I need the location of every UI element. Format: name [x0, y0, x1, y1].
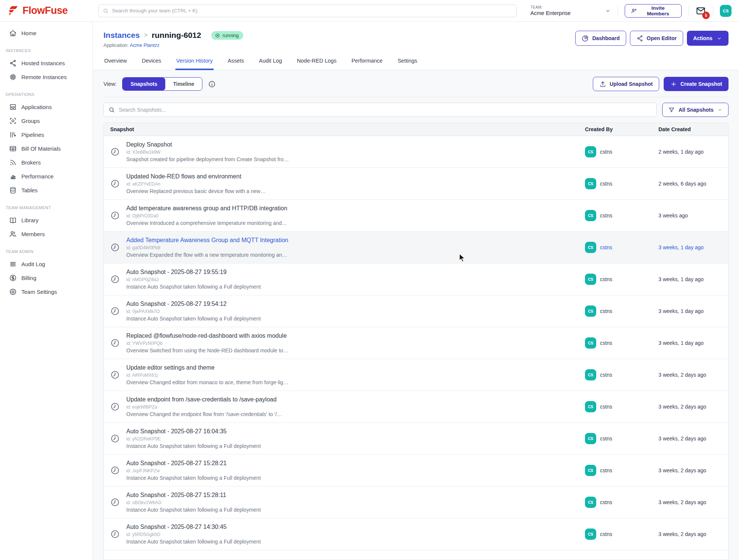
snapshot-id: id: 0jwPAXMk7O — [126, 309, 261, 314]
team-search-input[interactable] — [112, 8, 512, 13]
snapshot-cell: Update editor settings and themeid: AlRP… — [104, 364, 585, 385]
snapshot-title[interactable]: Auto Snapshot - 2025-08-27 15:28:21 — [126, 460, 261, 467]
sidebar-item-performance[interactable]: Performance — [0, 169, 93, 183]
snapshot-cell: Auto Snapshot - 2025-08-27 15:28:21id: J… — [104, 460, 585, 481]
view-segment-timeline[interactable]: Timeline — [165, 78, 202, 90]
dashboard-button[interactable]: Dashboard — [575, 31, 626, 46]
chevron-down-icon — [717, 107, 723, 112]
cog-icon — [9, 288, 17, 296]
sidebar-item-members[interactable]: Members — [0, 227, 93, 241]
tab-node-red-logs[interactable]: Node-RED Logs — [296, 56, 337, 70]
tab-version-history[interactable]: Version History — [175, 56, 214, 70]
user-avatar[interactable]: CS — [720, 5, 732, 17]
creator-avatar: CS — [585, 146, 596, 157]
sidebar-item-applications[interactable]: Applications — [0, 100, 93, 114]
snapshot-row-auto-snapshot-2025-08-27-19-55-19[interactable]: Auto Snapshot - 2025-08-27 19:55:19id: n… — [104, 264, 728, 295]
snapshot-row-deploy-snapshot[interactable]: Deploy Snapshotid: X3o6Bw1k9WSnapshot cr… — [104, 136, 728, 168]
invite-members-button[interactable]: Invite Members — [625, 4, 682, 18]
tab-devices[interactable]: Devices — [141, 56, 162, 70]
snapshot-row-auto-snapshot-2025-08-27-19-54-12[interactable]: Auto Snapshot - 2025-08-27 19:54:12id: 0… — [104, 295, 728, 327]
snapshot-id: id: JxpPJNKPZw — [126, 468, 261, 473]
upload-snapshot-button[interactable]: Upload Snapshot — [593, 77, 659, 91]
clock-icon — [110, 497, 120, 507]
snapshot-title[interactable]: Auto Snapshot - 2025-08-27 19:54:12 — [126, 301, 261, 307]
snapshot-id: id: eojkWlBPZa — [126, 404, 282, 410]
snapshot-title[interactable]: Auto Snapshot - 2025-08-27 19:55:19 — [126, 269, 261, 276]
tab-settings[interactable]: Settings — [397, 56, 418, 70]
snapshot-title[interactable]: Auto Snapshot - 2025-08-27 14:30:45 — [126, 524, 261, 530]
snapshot-title[interactable]: Added Temperature Awareness Group and MQ… — [126, 237, 288, 244]
sidebar-section-label-team-admin: TEAM ADMIN — [0, 241, 93, 257]
creator-avatar: CS — [585, 401, 596, 412]
snapshot-description: Instance Auto Snapshot taken following a… — [126, 539, 261, 545]
breadcrumb-instances-link[interactable]: Instances — [103, 31, 140, 40]
tab-overview[interactable]: Overview — [103, 56, 127, 70]
snapshot-id: id: OjBPrO3Da0 — [126, 213, 287, 219]
snapshot-search-input[interactable] — [119, 107, 652, 113]
snapshot-row-auto-snapshot-2025-08-27-15-28-21[interactable]: Auto Snapshot - 2025-08-27 15:28:21id: J… — [104, 455, 728, 487]
sidebar-item-team-settings[interactable]: Team Settings — [0, 285, 93, 299]
date-created-cell: 3 weeks, 1 day ago — [658, 244, 728, 250]
snapshot-title[interactable]: Replaced @flowfuse/node-red-dashboard wi… — [126, 332, 289, 339]
team-selector[interactable]: TEAM: Acme Enterprise — [530, 5, 611, 16]
sidebar-item-tables[interactable]: Tables — [0, 183, 93, 197]
snapshot-row-added-temperature-awareness-group-and-mqtt-integration[interactable]: Added Temperature Awareness Group and MQ… — [104, 232, 728, 264]
create-snapshot-button[interactable]: Create Snapshot — [664, 77, 729, 91]
logo-text: FlowFuse — [22, 5, 68, 16]
sidebar-item-label: Bill Of Materials — [21, 145, 61, 152]
application-link[interactable]: Acme Plantzz — [130, 42, 159, 48]
tab-performance[interactable]: Performance — [351, 56, 383, 70]
snapshot-title[interactable]: Deploy Snapshot — [126, 141, 289, 148]
sidebar-item-home[interactable]: Home — [0, 26, 93, 40]
tab-audit-log[interactable]: Audit Log — [258, 56, 283, 70]
snapshot-title[interactable]: Update editor settings and theme — [126, 364, 289, 371]
tab-bar: OverviewDevicesVersion HistoryAssetsAudi… — [103, 56, 729, 70]
chevron-down-icon — [605, 8, 611, 14]
snapshot-title[interactable]: Update endpoint from /save-credentials t… — [126, 396, 282, 403]
tab-assets[interactable]: Assets — [227, 56, 245, 70]
info-icon[interactable] — [208, 80, 216, 88]
sidebar-item-remote-instances[interactable]: Remote Instances — [0, 70, 93, 84]
snapshot-id: id: AlRPoMX61j — [126, 373, 289, 378]
snapshot-row-auto-snapshot-2025-08-27-16-04-35[interactable]: Auto Snapshot - 2025-08-27 16:04:35id: y… — [104, 423, 728, 455]
sidebar-item-bill-of-materials[interactable]: Bill Of Materials — [0, 142, 93, 156]
sidebar-item-label: Performance — [21, 173, 54, 180]
column-header-created-by: Created By — [585, 126, 658, 132]
snapshot-row-auto-snapshot-2025-08-27-14-30-45[interactable]: Auto Snapshot - 2025-08-27 14:30:45id: y… — [104, 518, 728, 550]
sidebar-item-pipelines[interactable]: Pipelines — [0, 128, 93, 142]
clock-icon — [110, 529, 120, 539]
sidebar-item-hosted-instances[interactable]: Hosted Instances — [0, 56, 93, 70]
snapshot-row-update-endpoint-from-save-credentials-to-save-payload[interactable]: Update endpoint from /save-credentials t… — [104, 391, 728, 423]
sidebar-item-groups[interactable]: Groups — [0, 114, 93, 128]
snapshot-description: Instance Auto Snapshot taken following a… — [126, 443, 261, 449]
date-created-cell: 3 weeks, 1 day ago — [658, 340, 728, 346]
open-editor-button[interactable]: Open Editor — [630, 31, 683, 46]
sidebar-item-audit-log[interactable]: Audit Log — [0, 257, 93, 271]
sidebar-item-library[interactable]: Library — [0, 213, 93, 227]
actions-button[interactable]: Actions — [687, 31, 729, 46]
snapshot-row-auto-snapshot-2025-08-27-15-28-11[interactable]: Auto Snapshot - 2025-08-27 15:28:11id: o… — [104, 487, 728, 518]
notifications-button[interactable]: 5 — [696, 6, 706, 16]
snapshot-row-update-editor-settings-and-theme[interactable]: Update editor settings and themeid: AlRP… — [104, 359, 728, 391]
snapshot-title[interactable]: Add temperature awareness group and HTTP… — [126, 205, 287, 212]
column-header-date-created: Date Created — [658, 126, 728, 132]
snapshot-row-add-temperature-awareness-group-and-http-db-integration[interactable]: Add temperature awareness group and HTTP… — [104, 200, 728, 232]
view-segment-snapshots[interactable]: Snapshots — [123, 78, 165, 90]
nodes-icon — [9, 59, 17, 67]
sidebar-item-label: Remote Instances — [21, 74, 67, 80]
snapshot-row-replaced-flowfuse-node-red-dashboard-with-axios-module[interactable]: Replaced @flowfuse/node-red-dashboard wi… — [104, 327, 728, 359]
snapshot-title[interactable]: Auto Snapshot - 2025-08-27 16:04:35 — [126, 428, 261, 435]
snapshot-title[interactable]: Updated Node-RED flows and environment — [126, 173, 266, 180]
snapshot-id: id: oBOkv1W6AG — [126, 500, 261, 505]
snapshot-filter-dropdown[interactable]: All Snapshots — [662, 103, 729, 117]
main-content: Instances > running-6012 running Applica… — [93, 22, 739, 560]
date-created-cell: 3 weeks, 2 days ago — [658, 404, 728, 410]
sidebar-item-brokers[interactable]: Brokers — [0, 156, 93, 169]
snapshot-title[interactable]: Auto Snapshot - 2025-08-27 15:28:11 — [126, 492, 261, 499]
sidebar-item-billing[interactable]: Billing — [0, 271, 93, 285]
snapshot-row-add-http-endpoint-for-saving-credentials-with-sqlite-integration[interactable]: Add HTTP endpoint for saving credentials… — [104, 550, 728, 560]
snapshot-cell: Auto Snapshot - 2025-08-27 15:28:11id: o… — [104, 492, 585, 513]
snapshot-row-updated-node-red-flows-and-environment[interactable]: Updated Node-RED flows and environmentid… — [104, 168, 728, 200]
flowfuse-logo[interactable]: FlowFuse — [0, 5, 93, 16]
created-by-cell: CScstns — [585, 274, 658, 285]
